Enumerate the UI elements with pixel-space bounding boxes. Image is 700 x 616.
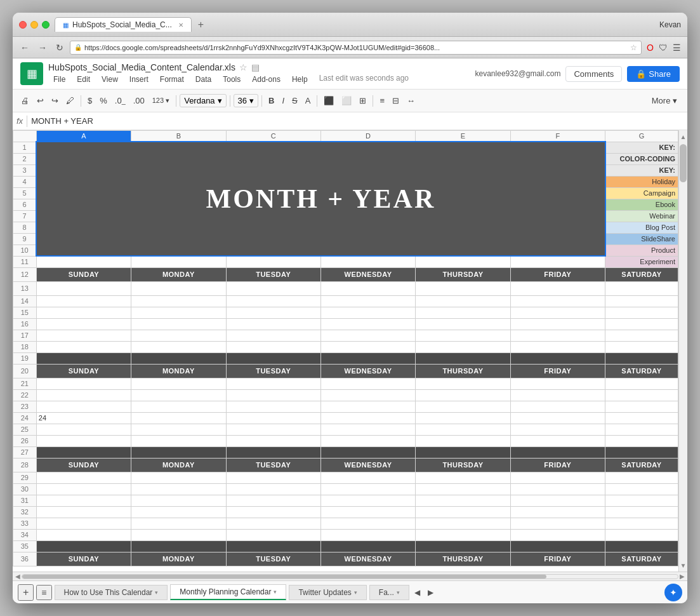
cell-17-D[interactable] xyxy=(320,330,415,341)
col-B-header[interactable]: B xyxy=(131,131,226,142)
cell-26-E[interactable] xyxy=(416,435,510,446)
minimize-button[interactable] xyxy=(30,21,38,29)
cell-14-G[interactable] xyxy=(605,295,678,307)
cell-18-G[interactable] xyxy=(605,341,678,352)
cell-15-F[interactable] xyxy=(510,307,605,318)
cell-22-F[interactable] xyxy=(510,389,605,401)
cell-32-G[interactable] xyxy=(605,506,678,518)
cell-19-A[interactable] xyxy=(36,352,131,364)
cell-31-G[interactable] xyxy=(605,495,678,506)
scroll-right-button[interactable]: ▶ xyxy=(680,573,685,580)
comments-button[interactable]: Comments xyxy=(565,66,622,82)
cell-16-C[interactable] xyxy=(226,318,320,330)
cell-22-G[interactable] xyxy=(605,389,678,401)
col-D-header[interactable]: D xyxy=(320,131,415,142)
explore-button[interactable]: ✦ xyxy=(664,584,682,601)
cell-21-D[interactable] xyxy=(320,378,415,389)
cell-17-G[interactable] xyxy=(605,330,678,341)
cell-17-B[interactable] xyxy=(131,330,226,341)
cell-13-B[interactable] xyxy=(131,281,226,295)
cell-23-B[interactable] xyxy=(131,401,226,412)
close-button[interactable] xyxy=(19,21,27,29)
align-button[interactable]: ≡ xyxy=(376,94,388,107)
font-family-dropdown[interactable]: Verdana ▾ xyxy=(180,94,226,107)
cell-26-A[interactable] xyxy=(36,435,131,446)
tab-scroll-left[interactable]: ◀ xyxy=(412,587,423,598)
cell-32-F[interactable] xyxy=(510,506,605,518)
cell-15-A[interactable] xyxy=(36,307,131,318)
col-G-header[interactable]: G xyxy=(605,131,678,142)
scroll-up-button[interactable]: ▲ xyxy=(679,130,687,143)
cell-26-D[interactable] xyxy=(320,435,415,446)
cell-30-A[interactable] xyxy=(36,483,131,495)
cell-22-D[interactable] xyxy=(320,389,415,401)
cell-29-A[interactable] xyxy=(36,472,131,483)
cell-24-E[interactable] xyxy=(416,412,510,424)
dollar-button[interactable]: $ xyxy=(84,94,95,107)
cell-23-F[interactable] xyxy=(510,401,605,412)
cell-32-C[interactable] xyxy=(226,506,320,518)
cell-23-C[interactable] xyxy=(226,401,320,412)
cell-34-A[interactable] xyxy=(36,529,131,540)
cell-15-G[interactable] xyxy=(605,307,678,318)
cell-21-C[interactable] xyxy=(226,378,320,389)
cell-18-D[interactable] xyxy=(320,341,415,352)
cell-17-F[interactable] xyxy=(510,330,605,341)
cell-23-E[interactable] xyxy=(416,401,510,412)
cell-19-E[interactable] xyxy=(416,352,510,364)
menu-addons[interactable]: Add-ons xyxy=(247,74,286,85)
decimal-dec-button[interactable]: .0_ xyxy=(112,94,129,107)
cell-25-D[interactable] xyxy=(320,424,415,435)
cell-31-E[interactable] xyxy=(416,495,510,506)
cell-31-C[interactable] xyxy=(226,495,320,506)
tab-fa[interactable]: Fa... ▾ xyxy=(369,585,409,600)
star-icon[interactable]: ☆ xyxy=(239,62,248,72)
cell-26-B[interactable] xyxy=(131,435,226,446)
cell-14-E[interactable] xyxy=(416,295,510,307)
cell-11-B[interactable] xyxy=(131,256,226,267)
cell-13-F[interactable] xyxy=(510,281,605,295)
cell-18-A[interactable] xyxy=(36,341,131,352)
cell-35-A[interactable] xyxy=(36,540,131,552)
cell-19-C[interactable] xyxy=(226,352,320,364)
folder-icon[interactable]: ▤ xyxy=(251,62,260,72)
menu-help[interactable]: Help xyxy=(287,74,313,85)
cell-30-B[interactable] xyxy=(131,483,226,495)
cell-32-E[interactable] xyxy=(416,506,510,518)
cell-23-A[interactable] xyxy=(36,401,131,412)
cell-30-F[interactable] xyxy=(510,483,605,495)
cell-21-E[interactable] xyxy=(416,378,510,389)
cell-11-A[interactable] xyxy=(36,256,131,267)
cell-24-G[interactable] xyxy=(605,412,678,424)
add-sheet-button[interactable]: + xyxy=(18,584,34,601)
font-size-dropdown[interactable]: 36 ▾ xyxy=(234,94,258,107)
cell-25-A[interactable] xyxy=(36,424,131,435)
cell-29-F[interactable] xyxy=(510,472,605,483)
cell-19-F[interactable] xyxy=(510,352,605,364)
cell-27-B[interactable] xyxy=(131,446,226,458)
undo-button[interactable]: ↩ xyxy=(34,94,47,107)
cell-16-E[interactable] xyxy=(416,318,510,330)
cell-16-B[interactable] xyxy=(131,318,226,330)
scroll-thumb[interactable] xyxy=(680,144,687,182)
cell-17-C[interactable] xyxy=(226,330,320,341)
cell-34-B[interactable] xyxy=(131,529,226,540)
cell-17-A[interactable] xyxy=(36,330,131,341)
cell-31-B[interactable] xyxy=(131,495,226,506)
cell-27-A[interactable] xyxy=(36,446,131,458)
cell-11-D[interactable] xyxy=(320,256,415,267)
cell-35-G[interactable] xyxy=(605,540,678,552)
cell-33-C[interactable] xyxy=(226,518,320,529)
cell-33-E[interactable] xyxy=(416,518,510,529)
col-C-header[interactable]: C xyxy=(226,131,320,142)
fill-color-button[interactable]: ⬛ xyxy=(320,94,337,107)
cell-23-G[interactable] xyxy=(605,401,678,412)
menu-tools[interactable]: Tools xyxy=(218,74,246,85)
tab-twitter-updates[interactable]: Twitter Updates ▾ xyxy=(289,585,366,600)
cell-30-D[interactable] xyxy=(320,483,415,495)
menu-icon[interactable]: ☰ xyxy=(671,41,682,54)
cell-16-D[interactable] xyxy=(320,318,415,330)
cell-35-C[interactable] xyxy=(226,540,320,552)
menu-file[interactable]: File xyxy=(48,74,70,85)
cell-19-D[interactable] xyxy=(320,352,415,364)
